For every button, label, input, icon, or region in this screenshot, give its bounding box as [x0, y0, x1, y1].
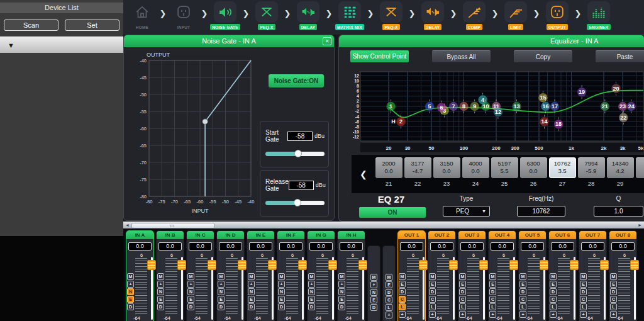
strip-button-E[interactable]: E	[338, 296, 345, 303]
release-gate-slider-thumb[interactable]	[294, 199, 301, 206]
band-prev-arrow-icon[interactable]: ❮	[352, 155, 375, 193]
channel-gain-value[interactable]: 0.0	[521, 242, 544, 251]
scan-button[interactable]: Scan	[4, 20, 58, 31]
strip-button-E[interactable]: E	[399, 281, 406, 288]
strip-button-E[interactable]: E	[248, 296, 255, 303]
freq-input[interactable]: 10762	[517, 206, 565, 217]
strip-button-L[interactable]: L	[489, 303, 496, 310]
strip-button-E[interactable]: E	[489, 281, 496, 288]
strip-button-C[interactable]: C	[519, 296, 526, 303]
fader-handle[interactable]	[419, 260, 428, 270]
strip-button-M[interactable]: M	[338, 273, 345, 280]
strip-button-N[interactable]: N	[338, 288, 345, 295]
strip-button-+[interactable]: +	[399, 311, 406, 318]
gate-threshold-handle[interactable]	[203, 119, 208, 124]
toolbar-item-comp[interactable]: COMP	[459, 1, 489, 30]
master-button-E[interactable]: E	[370, 296, 377, 303]
horizontal-scrollbar[interactable]: ◄ ►	[123, 222, 644, 228]
strip-button-C[interactable]: C	[580, 296, 587, 303]
eq-response-graph[interactable]: 121086420-2-4-6-8-10-121H235678941011121…	[352, 69, 643, 152]
strip-button-M[interactable]: M	[248, 273, 255, 280]
eq-band-22[interactable]: 3177 -4.7 22	[404, 157, 431, 193]
master-button-+[interactable]: +	[370, 281, 377, 288]
strip-button-M[interactable]: M	[127, 273, 134, 280]
master-button-N[interactable]: N	[370, 289, 377, 296]
strip-button-D[interactable]: D	[308, 303, 315, 310]
channel-label[interactable]: OUT 6	[549, 231, 576, 239]
channel-label[interactable]: IN A	[126, 231, 153, 239]
toolbar-item-delay-out[interactable]: DELAY	[418, 1, 448, 30]
strip-button-D[interactable]: D	[489, 288, 496, 295]
scroll-left-icon[interactable]: ◄	[124, 222, 131, 228]
strip-button-E[interactable]: E	[127, 296, 134, 303]
channel-gain-value[interactable]: 0.0	[128, 242, 152, 251]
channel-label[interactable]: IN F	[277, 231, 304, 239]
eq-band-24[interactable]: 4000 0.0 24	[462, 157, 489, 193]
strip-button-+[interactable]: +	[157, 281, 164, 288]
strip-button-L[interactable]: L	[550, 303, 557, 310]
strip-button-E[interactable]: E	[157, 296, 164, 303]
strip-button-C[interactable]: C	[610, 296, 617, 303]
eq-on-button[interactable]: ON	[359, 207, 426, 218]
eq-band-28[interactable]: 7994 -5.9 28	[578, 157, 605, 193]
strip-button-E[interactable]: E	[610, 281, 617, 288]
fader-handle[interactable]	[630, 260, 639, 270]
strip-button-+[interactable]: +	[308, 281, 315, 288]
strip-button-D[interactable]: D	[248, 303, 255, 310]
channel-label[interactable]: IN D	[217, 231, 244, 239]
strip-button-C[interactable]: C	[550, 296, 557, 303]
fader-handle[interactable]	[358, 260, 367, 270]
fader-handle[interactable]	[479, 260, 488, 270]
strip-button-E[interactable]: E	[580, 281, 587, 288]
strip-button-N[interactable]: N	[157, 288, 164, 295]
master-button-C[interactable]: C	[386, 296, 392, 303]
eq-button-copy[interactable]: Copy	[514, 50, 572, 62]
fader-handle[interactable]	[570, 260, 579, 270]
channel-gain-value[interactable]: 0.0	[551, 242, 574, 251]
channel-label[interactable]: IN G	[308, 231, 335, 239]
fader-handle[interactable]	[238, 260, 247, 270]
toolbar-item-limit[interactable]: LIMIT	[501, 1, 531, 30]
eq-band-box[interactable]: 14340 4.2	[607, 157, 634, 178]
toolbar-item-peq-x-in[interactable]: PEQ-X	[252, 1, 282, 30]
channel-gain-value[interactable]: 0.0	[491, 242, 514, 251]
strip-button-M[interactable]: M	[519, 273, 526, 280]
noise-gate-on-toggle[interactable]: Noise Gate:ON	[269, 74, 324, 87]
release-gate-input[interactable]	[289, 181, 314, 190]
strip-button-+[interactable]: +	[459, 311, 466, 318]
strip-button-+[interactable]: +	[218, 281, 225, 288]
strip-button-M[interactable]: M	[187, 273, 194, 280]
eq-band-27[interactable]: 10762 3.5 27	[549, 157, 576, 193]
strip-button-+[interactable]: +	[519, 311, 526, 318]
strip-button-E[interactable]: E	[550, 281, 557, 288]
master-button-L[interactable]: L	[386, 304, 392, 311]
fader-handle[interactable]	[328, 260, 337, 270]
scroll-right-icon[interactable]: ►	[636, 222, 643, 228]
eq-band-box[interactable]: 6300 0.0	[520, 157, 547, 178]
strip-button-+[interactable]: +	[429, 311, 436, 318]
channel-gain-value[interactable]: 0.0	[611, 242, 635, 251]
strip-button-N[interactable]: N	[218, 288, 225, 295]
master-button-M[interactable]: M	[386, 274, 392, 281]
master-button-E[interactable]: E	[386, 281, 392, 288]
strip-button-E[interactable]: E	[429, 281, 436, 288]
eq-band-box[interactable]: 10762 3.5	[549, 157, 576, 178]
strip-button-D[interactable]: D	[580, 288, 587, 295]
channel-label[interactable]: IN E	[247, 231, 274, 239]
channel-label[interactable]: IN B	[157, 231, 184, 239]
strip-button-M[interactable]: M	[308, 273, 315, 280]
eq-band-box[interactable]: 5197 5.5	[491, 157, 518, 178]
channel-gain-value[interactable]: 0.0	[249, 242, 272, 251]
strip-button-+[interactable]: +	[338, 281, 345, 288]
strip-button-D[interactable]: D	[187, 303, 194, 310]
strip-button-+[interactable]: +	[187, 281, 194, 288]
set-button[interactable]: Set	[65, 20, 119, 31]
eq-band-box[interactable]	[636, 157, 644, 178]
eq-band-box[interactable]: 7994 -5.9	[578, 157, 605, 178]
strip-button-D[interactable]: D	[519, 288, 526, 295]
eq-band-box[interactable]: 4000 0.0	[462, 157, 489, 178]
strip-button-M[interactable]: M	[399, 273, 406, 280]
strip-button-D[interactable]: D	[429, 288, 436, 295]
strip-button-N[interactable]: N	[187, 288, 194, 295]
channel-label[interactable]: OUT 2	[428, 231, 455, 239]
